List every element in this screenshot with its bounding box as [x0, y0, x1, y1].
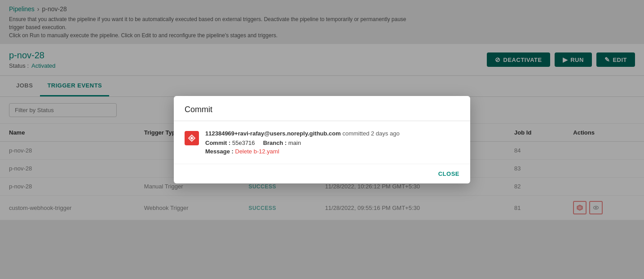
commit-time: committed 2 days ago — [342, 130, 399, 137]
commit-diamond-icon — [185, 131, 199, 145]
commit-author: 112384969+ravi-rafay@users.noreply.githu… — [205, 130, 341, 137]
modal-header: Commit — [174, 96, 470, 121]
commit-modal: Commit 112384969+ravi-rafay@users.norepl… — [174, 96, 470, 183]
commit-author-line: 112384969+ravi-rafay@users.noreply.githu… — [205, 130, 459, 137]
commit-meta-line: Commit : 55e3716 Branch : main — [205, 140, 459, 146]
git-icon-svg — [187, 134, 196, 143]
commit-branch-value: main — [288, 140, 301, 146]
commit-row: 112384969+ravi-rafay@users.noreply.githu… — [185, 130, 459, 155]
commit-message-line: Message : Delete b-12.yaml — [205, 148, 459, 155]
commit-details: 112384969+ravi-rafay@users.noreply.githu… — [205, 130, 459, 155]
page-wrapper: Pipelines › p-nov-28 Ensure that you act… — [0, 0, 644, 279]
commit-message-value: Delete b-12.yaml — [235, 148, 279, 155]
modal-body: 112384969+ravi-rafay@users.noreply.githu… — [174, 121, 470, 164]
modal-overlay: Commit 112384969+ravi-rafay@users.norepl… — [0, 0, 644, 279]
svg-point-7 — [191, 137, 193, 139]
modal-footer: CLOSE — [174, 164, 470, 183]
close-modal-button[interactable]: CLOSE — [438, 170, 459, 177]
commit-branch-label: Branch : — [263, 140, 287, 146]
commit-hash-label: Commit : — [205, 140, 230, 146]
modal-title: Commit — [185, 105, 459, 114]
commit-hash-value: 55e3716 — [232, 140, 255, 146]
commit-message-label: Message : — [205, 148, 234, 155]
